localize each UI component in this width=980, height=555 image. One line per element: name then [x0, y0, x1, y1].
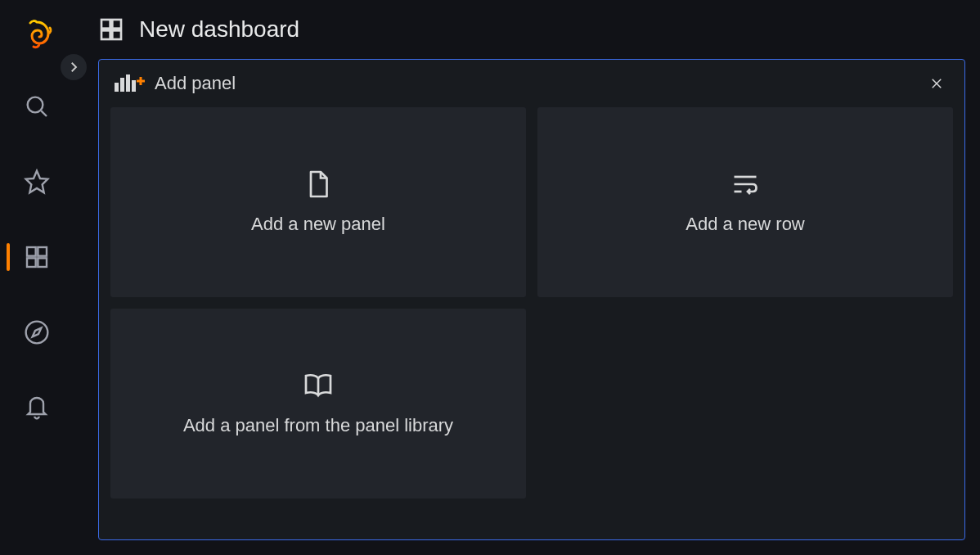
svg-rect-6 [38, 258, 47, 267]
search-icon [24, 93, 50, 120]
svg-rect-14 [120, 78, 124, 92]
main-content: New dashboard Add panel [74, 0, 980, 555]
sidebar-item-dashboards[interactable] [0, 237, 74, 278]
add-panel-container: Add panel Add a new panel [98, 59, 965, 540]
svg-rect-11 [101, 30, 110, 39]
close-icon [929, 76, 944, 91]
star-icon [24, 169, 50, 195]
file-icon [303, 169, 333, 199]
option-add-new-panel[interactable]: Add a new panel [110, 107, 526, 297]
panel-title: Add panel [155, 73, 236, 94]
svg-rect-4 [38, 247, 47, 256]
panel-header: Add panel [110, 60, 953, 107]
sidebar-item-favorites[interactable] [0, 161, 74, 202]
svg-rect-9 [101, 20, 110, 29]
sidebar [0, 0, 74, 555]
svg-point-0 [28, 97, 43, 113]
svg-rect-12 [112, 30, 121, 39]
option-add-new-row[interactable]: Add a new row [537, 107, 953, 297]
sidebar-item-explore[interactable] [0, 312, 74, 353]
svg-line-1 [41, 111, 47, 116]
svg-rect-10 [112, 20, 121, 29]
page-title: New dashboard [139, 16, 299, 43]
svg-point-7 [26, 322, 48, 344]
grafana-logo[interactable] [20, 19, 53, 52]
option-label: Add a new panel [251, 214, 385, 235]
chevron-right-icon [66, 60, 81, 74]
wrap-text-icon [731, 169, 760, 199]
svg-rect-3 [27, 247, 36, 256]
close-button[interactable] [927, 74, 946, 93]
option-label: Add a new row [686, 214, 805, 235]
add-panel-icon [114, 74, 146, 92]
svg-rect-16 [132, 80, 136, 92]
svg-rect-15 [126, 74, 130, 92]
compass-icon [24, 319, 50, 345]
option-label: Add a panel from the panel library [183, 415, 453, 436]
sidebar-item-alerts[interactable] [0, 387, 74, 428]
panel-options-grid: Add a new panel Add a new row Add a pane… [110, 107, 953, 499]
page-header: New dashboard [74, 8, 980, 59]
sidebar-item-search[interactable] [0, 86, 74, 127]
svg-marker-8 [33, 328, 42, 337]
svg-rect-13 [115, 83, 119, 92]
expand-sidebar-button[interactable] [61, 54, 87, 80]
book-open-icon [303, 371, 333, 400]
dashboard-grid-icon [24, 244, 50, 270]
svg-marker-2 [26, 171, 48, 193]
dashboard-grid-icon [98, 16, 124, 43]
option-add-from-library[interactable]: Add a panel from the panel library [110, 309, 526, 499]
bell-icon [24, 395, 50, 421]
svg-rect-5 [27, 258, 36, 267]
